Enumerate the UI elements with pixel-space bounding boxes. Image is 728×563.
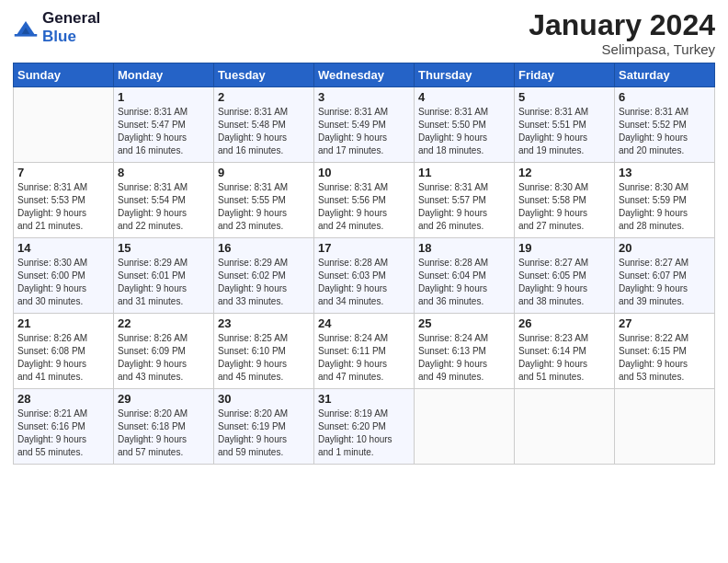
calendar-cell: 23Sunrise: 8:25 AM Sunset: 6:10 PM Dayli…	[214, 314, 314, 389]
day-info: Sunrise: 8:22 AM Sunset: 6:15 PM Dayligh…	[619, 332, 711, 384]
calendar-header-row: Sunday Monday Tuesday Wednesday Thursday…	[14, 63, 715, 87]
calendar-cell: 18Sunrise: 8:28 AM Sunset: 6:04 PM Dayli…	[415, 238, 515, 314]
svg-rect-2	[15, 34, 38, 37]
calendar-cell: 17Sunrise: 8:28 AM Sunset: 6:03 PM Dayli…	[314, 238, 415, 314]
day-info: Sunrise: 8:30 AM Sunset: 6:00 PM Dayligh…	[17, 257, 109, 308]
day-info: Sunrise: 8:23 AM Sunset: 6:14 PM Dayligh…	[518, 332, 610, 384]
calendar-cell: 22Sunrise: 8:26 AM Sunset: 6:09 PM Dayli…	[114, 314, 214, 389]
col-wednesday: Wednesday	[314, 63, 415, 87]
calendar-cell	[615, 389, 715, 465]
logo-general: General	[42, 9, 100, 28]
day-number: 3	[318, 90, 410, 104]
day-info: Sunrise: 8:31 AM Sunset: 5:49 PM Dayligh…	[318, 106, 410, 157]
day-info: Sunrise: 8:19 AM Sunset: 6:20 PM Dayligh…	[318, 408, 410, 459]
day-info: Sunrise: 8:21 AM Sunset: 6:16 PM Dayligh…	[17, 408, 109, 459]
calendar-cell: 8Sunrise: 8:31 AM Sunset: 5:54 PM Daylig…	[114, 163, 214, 238]
day-info: Sunrise: 8:28 AM Sunset: 6:04 PM Dayligh…	[418, 257, 510, 308]
logo-blue: Blue	[42, 28, 100, 46]
day-number: 20	[619, 241, 711, 255]
calendar-cell: 30Sunrise: 8:20 AM Sunset: 6:19 PM Dayli…	[214, 389, 314, 465]
day-number: 25	[418, 316, 510, 330]
day-number: 15	[118, 241, 210, 255]
calendar-cell	[14, 87, 114, 163]
day-number: 26	[518, 316, 610, 330]
title-block: January 2024 Selimpasa, Turkey	[529, 9, 715, 57]
col-thursday: Thursday	[415, 63, 515, 87]
day-number: 14	[17, 241, 109, 255]
day-info: Sunrise: 8:31 AM Sunset: 5:50 PM Dayligh…	[418, 106, 510, 157]
calendar-cell: 31Sunrise: 8:19 AM Sunset: 6:20 PM Dayli…	[314, 389, 415, 465]
calendar-cell: 7Sunrise: 8:31 AM Sunset: 5:53 PM Daylig…	[14, 163, 114, 238]
day-info: Sunrise: 8:26 AM Sunset: 6:09 PM Dayligh…	[118, 332, 210, 384]
day-number: 6	[619, 90, 711, 104]
calendar-cell	[415, 389, 515, 465]
calendar-cell: 1Sunrise: 8:31 AM Sunset: 5:47 PM Daylig…	[114, 87, 214, 163]
location-title: Selimpasa, Turkey	[529, 41, 715, 57]
day-number: 13	[619, 166, 711, 179]
day-number: 8	[118, 166, 210, 179]
day-number: 18	[418, 241, 510, 255]
calendar-week-row: 1Sunrise: 8:31 AM Sunset: 5:47 PM Daylig…	[14, 87, 715, 163]
day-number: 31	[318, 392, 410, 406]
day-info: Sunrise: 8:24 AM Sunset: 6:11 PM Dayligh…	[318, 332, 410, 384]
day-number: 4	[418, 90, 510, 104]
day-number: 28	[17, 392, 109, 406]
calendar-cell: 19Sunrise: 8:27 AM Sunset: 6:05 PM Dayli…	[515, 238, 615, 314]
calendar-week-row: 14Sunrise: 8:30 AM Sunset: 6:00 PM Dayli…	[14, 238, 715, 314]
calendar-cell: 26Sunrise: 8:23 AM Sunset: 6:14 PM Dayli…	[515, 314, 615, 389]
day-info: Sunrise: 8:31 AM Sunset: 5:54 PM Dayligh…	[118, 181, 210, 233]
calendar-cell: 3Sunrise: 8:31 AM Sunset: 5:49 PM Daylig…	[314, 87, 415, 163]
day-number: 16	[218, 241, 310, 255]
col-friday: Friday	[515, 63, 615, 87]
calendar-cell: 6Sunrise: 8:31 AM Sunset: 5:52 PM Daylig…	[615, 87, 715, 163]
day-info: Sunrise: 8:31 AM Sunset: 5:51 PM Dayligh…	[518, 106, 610, 157]
day-number: 17	[318, 241, 410, 255]
day-info: Sunrise: 8:29 AM Sunset: 6:02 PM Dayligh…	[218, 257, 310, 308]
month-title: January 2024	[529, 9, 715, 41]
day-number: 12	[518, 166, 610, 179]
day-info: Sunrise: 8:27 AM Sunset: 6:07 PM Dayligh…	[619, 257, 711, 308]
calendar-cell: 5Sunrise: 8:31 AM Sunset: 5:51 PM Daylig…	[515, 87, 615, 163]
col-saturday: Saturday	[615, 63, 715, 87]
calendar-cell: 11Sunrise: 8:31 AM Sunset: 5:57 PM Dayli…	[415, 163, 515, 238]
day-number: 7	[17, 166, 109, 179]
calendar-cell: 15Sunrise: 8:29 AM Sunset: 6:01 PM Dayli…	[114, 238, 214, 314]
day-info: Sunrise: 8:24 AM Sunset: 6:13 PM Dayligh…	[418, 332, 510, 384]
calendar-cell: 20Sunrise: 8:27 AM Sunset: 6:07 PM Dayli…	[615, 238, 715, 314]
day-info: Sunrise: 8:31 AM Sunset: 5:52 PM Dayligh…	[619, 106, 711, 157]
day-number: 5	[518, 90, 610, 104]
logo: General Blue	[13, 9, 100, 45]
day-number: 27	[619, 316, 711, 330]
day-number: 19	[518, 241, 610, 255]
day-number: 10	[318, 166, 410, 179]
day-info: Sunrise: 8:27 AM Sunset: 6:05 PM Dayligh…	[518, 257, 610, 308]
calendar-cell: 10Sunrise: 8:31 AM Sunset: 5:56 PM Dayli…	[314, 163, 415, 238]
logo-text: General Blue	[42, 9, 100, 45]
day-info: Sunrise: 8:20 AM Sunset: 6:18 PM Dayligh…	[118, 408, 210, 459]
day-info: Sunrise: 8:31 AM Sunset: 5:57 PM Dayligh…	[418, 181, 510, 233]
day-info: Sunrise: 8:29 AM Sunset: 6:01 PM Dayligh…	[118, 257, 210, 308]
calendar-page: General Blue January 2024 Selimpasa, Tur…	[0, 0, 728, 563]
col-tuesday: Tuesday	[214, 63, 314, 87]
day-number: 21	[17, 316, 109, 330]
day-number: 23	[218, 316, 310, 330]
day-number: 11	[418, 166, 510, 179]
calendar-cell: 28Sunrise: 8:21 AM Sunset: 6:16 PM Dayli…	[14, 389, 114, 465]
calendar-cell: 9Sunrise: 8:31 AM Sunset: 5:55 PM Daylig…	[214, 163, 314, 238]
day-info: Sunrise: 8:31 AM Sunset: 5:48 PM Dayligh…	[218, 106, 310, 157]
calendar-cell: 16Sunrise: 8:29 AM Sunset: 6:02 PM Dayli…	[214, 238, 314, 314]
day-number: 24	[318, 316, 410, 330]
day-number: 9	[218, 166, 310, 179]
calendar-cell	[515, 389, 615, 465]
day-info: Sunrise: 8:31 AM Sunset: 5:56 PM Dayligh…	[318, 181, 410, 233]
calendar-cell: 4Sunrise: 8:31 AM Sunset: 5:50 PM Daylig…	[415, 87, 515, 163]
calendar-cell: 14Sunrise: 8:30 AM Sunset: 6:00 PM Dayli…	[14, 238, 114, 314]
day-number: 22	[118, 316, 210, 330]
day-number: 29	[118, 392, 210, 406]
calendar-week-row: 28Sunrise: 8:21 AM Sunset: 6:16 PM Dayli…	[14, 389, 715, 465]
day-info: Sunrise: 8:31 AM Sunset: 5:53 PM Dayligh…	[17, 181, 109, 233]
day-number: 2	[218, 90, 310, 104]
header: General Blue January 2024 Selimpasa, Tur…	[13, 9, 715, 57]
col-monday: Monday	[114, 63, 214, 87]
day-info: Sunrise: 8:25 AM Sunset: 6:10 PM Dayligh…	[218, 332, 310, 384]
